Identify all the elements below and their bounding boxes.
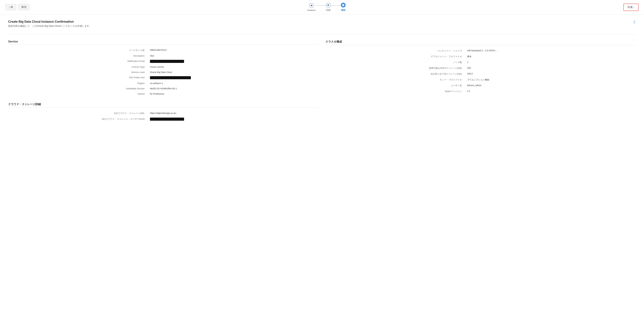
field-value: プリエンプション無効 <box>465 77 636 83</box>
field-value: VM.Standard2.2 - 2.0 OCPU, ... <box>465 48 636 54</box>
table-row: インスタンス名: OBDCOM1TEST <box>8 48 319 53</box>
field-label: Subnet: <box>8 91 148 96</box>
step-line-2 <box>330 5 341 6</box>
field-label: Sparkバージョン: <box>326 88 465 94</box>
download-icon[interactable]: ⇩ <box>633 20 636 24</box>
table-row: デプロイメント・プロファイル: 基本 <box>326 54 636 60</box>
step-details-dot <box>327 4 329 6</box>
table-row: コンピュート・シェイプ: VM.Standard2.2 - 2.0 OCPU, … <box>326 48 636 54</box>
field-value: Cloud License <box>148 64 319 70</box>
redacted-email <box>150 60 184 63</box>
field-value <box>148 116 319 122</box>
step-instance: Instance <box>307 3 316 12</box>
right-column: クラスタ構成 コンピュート・シェイプ: VM.Standard2.2 - 2.0… <box>326 40 636 122</box>
field-label: OCIクラウド・ストレージ・ユーザーOCID: <box>8 116 148 122</box>
field-value: bdcsce_admin <box>465 83 636 88</box>
field-label: インスタンス名: <box>8 48 148 53</box>
table-row: 使用可能なHDFSストレージ(GB): 100 <box>326 65 636 71</box>
step-confirm: 確認 <box>341 3 346 12</box>
cloud-storage-section-title: クラウド・ストレージ詳細 <box>8 102 319 108</box>
table-row: Availability Domain: HkGE:US-ASHBURN-AD-… <box>8 86 319 91</box>
cluster-config-section-title: クラスタ構成 <box>326 40 636 45</box>
step-details-label: 詳細 <box>326 8 330 12</box>
service-section: Service インスタンス名: OBDCOM1TEST Description… <box>8 40 319 96</box>
step-confirm-dot <box>342 4 344 6</box>
page-title: Create Big Data Cloud Instance Confirmat… <box>8 20 92 24</box>
field-value <box>148 58 319 64</box>
table-row: SSH Public Key: <box>8 75 319 80</box>
step-confirm-label: 確認 <box>341 8 346 12</box>
table-row: OCIクラウド・ストレージURL: https://objectstorage.… <box>8 110 319 116</box>
field-value: us-ashburn-1 <box>148 80 319 86</box>
page-content: Create Big Data Cloud Instance Confirmat… <box>0 14 644 128</box>
create-arrow-icon: › <box>634 6 634 9</box>
table-row: Sparkバージョン: 2.1 <box>326 88 636 94</box>
page-subtitle: 指定内容を確認して、このOracle Big Data Cloudインスタンスを… <box>8 24 92 28</box>
title-area: Create Big Data Cloud Instance Confirmat… <box>8 20 92 32</box>
table-row: OCIクラウド・ストレージ・ユーザーOCID: <box>8 116 319 122</box>
field-label: Region: <box>8 80 148 86</box>
table-row: ユーザー名: bdcsce_admin <box>326 83 636 88</box>
field-value: No Preference <box>148 91 319 96</box>
field-label: ユーザー名: <box>326 83 465 88</box>
field-label: 使用可能なHDFSストレージ(GB): <box>326 65 465 71</box>
title-row: Create Big Data Cloud Instance Confirmat… <box>8 20 636 34</box>
field-value: 2.1 <box>465 88 636 94</box>
field-value: 205.0 <box>465 71 636 77</box>
field-value <box>148 75 319 80</box>
field-value: 100 <box>465 65 636 71</box>
field-value: Oracle Big Data Cloud <box>148 70 319 75</box>
service-table: インスタンス名: OBDCOM1TEST Description: Test N… <box>8 48 319 96</box>
step-instance-label: Instance <box>307 9 316 12</box>
step-details: 詳細 <box>326 3 330 12</box>
back-button[interactable]: ‹ 前 <box>6 4 16 10</box>
redacted-ssh-key <box>150 76 191 79</box>
field-value: 基本 <box>465 54 636 60</box>
field-value: HkGE:US-ASHBURN-AD-1 <box>148 86 319 91</box>
field-value: OBDCOM1TEST <box>148 48 319 53</box>
table-row: Region: us-ashburn-1 <box>8 80 319 86</box>
field-label: SSH Public Key: <box>8 75 148 80</box>
field-label: デプロイメント・プロファイル: <box>326 54 465 60</box>
field-value: Test <box>148 53 319 58</box>
field-label: コンピュート・シェイプ: <box>326 48 465 54</box>
table-row: Notification Email: <box>8 58 319 64</box>
field-label: 合計割り当て済ストレージ(GB): <box>326 71 465 77</box>
create-label: 作成 <box>628 6 632 9</box>
cloud-storage-section: クラウド・ストレージ詳細 OCIクラウド・ストレージURL: https://o… <box>8 102 319 122</box>
field-value: 1 <box>465 60 636 65</box>
cancel-label: 取消 <box>22 6 26 9</box>
back-arrow-icon: ‹ <box>9 6 10 9</box>
table-row: キュー・プロファイル: プリエンプション無効 <box>326 77 636 83</box>
field-label: Description: <box>8 53 148 58</box>
cancel-button[interactable]: 取消 <box>18 4 30 10</box>
table-row: Service Level: Oracle Big Data Cloud <box>8 70 319 75</box>
wizard-steps: Instance 詳細 確認 <box>307 3 346 12</box>
field-label: OCIクラウド・ストレージURL: <box>8 110 148 116</box>
table-row: Description: Test <box>8 53 319 58</box>
step-instance-circle <box>309 3 314 8</box>
main-columns: Service インスタンス名: OBDCOM1TEST Description… <box>8 40 636 122</box>
field-label: License Type: <box>8 64 148 70</box>
step-line-1 <box>316 5 326 6</box>
field-label: Service Level: <box>8 70 148 75</box>
table-row: 合計割り当て済ストレージ(GB): 205.0 <box>326 71 636 77</box>
cluster-config-section: クラスタ構成 コンピュート・シェイプ: VM.Standard2.2 - 2.0… <box>326 40 636 94</box>
left-column: Service インスタンス名: OBDCOM1TEST Description… <box>8 40 319 122</box>
table-row: ノード数: 1 <box>326 60 636 65</box>
field-label: キュー・プロファイル: <box>326 77 465 83</box>
step-instance-dot <box>311 4 312 6</box>
step-confirm-circle <box>341 3 346 8</box>
table-row: License Type: Cloud License <box>8 64 319 70</box>
field-label: Availability Domain: <box>8 86 148 91</box>
table-row: Subnet: No Preference <box>8 91 319 96</box>
create-button[interactable]: 作成 › <box>624 4 638 11</box>
redacted-ocid <box>150 118 184 121</box>
field-label: ノード数: <box>326 60 465 65</box>
field-label: Notification Email: <box>8 58 148 64</box>
cluster-config-table: コンピュート・シェイプ: VM.Standard2.2 - 2.0 OCPU, … <box>326 48 636 94</box>
service-section-title: Service <box>8 40 319 45</box>
top-bar-left: ‹ 前 取消 <box>6 4 30 10</box>
back-label: 前 <box>10 6 13 9</box>
top-bar: ‹ 前 取消 Instance 詳細 確認 <box>0 0 644 14</box>
